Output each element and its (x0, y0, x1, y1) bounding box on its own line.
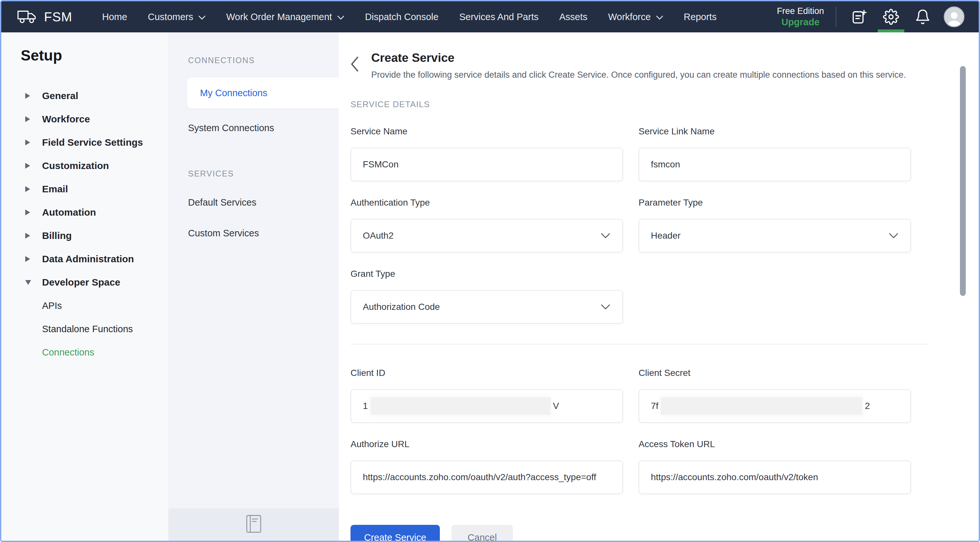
access-token-url-input[interactable]: https://accounts.zoho.com/oauth/v2/token (638, 461, 911, 494)
edition-label: Free Edition (777, 6, 824, 16)
sidebar-item-general[interactable]: General (1, 84, 168, 107)
redacted-value (371, 397, 550, 415)
grant-type-select[interactable]: Authorization Code (350, 290, 623, 324)
notifications-button[interactable] (907, 1, 939, 32)
collapsed-arrow-icon (25, 140, 42, 145)
panel-item-default-services[interactable]: Default Services (188, 197, 339, 208)
sidebar-item-automation[interactable]: Automation (1, 201, 168, 224)
panel-footer (169, 509, 339, 541)
nav-home[interactable]: Home (102, 12, 127, 22)
client-secret-label: Client Secret (638, 368, 911, 378)
sidebar-item-apis[interactable]: APIs (1, 294, 168, 317)
nav-work-order-management[interactable]: Work Order Management (226, 12, 344, 22)
panel-item-my-connections[interactable]: My Connections (187, 77, 339, 108)
top-navbar: FSM Home Customers Work Order Management… (1, 1, 979, 32)
field-access-token-url: Access Token URL https://accounts.zoho.c… (638, 439, 911, 494)
collapsed-arrow-icon (25, 233, 42, 239)
sidebar-item-email[interactable]: Email (1, 177, 168, 201)
connections-panel: CONNECTIONS My Connections System Connec… (169, 32, 339, 541)
settings-button[interactable] (875, 1, 907, 32)
gear-icon (883, 9, 899, 25)
panel-section-connections: CONNECTIONS (188, 56, 339, 65)
chevron-down-icon (198, 16, 205, 20)
vertical-scrollbar[interactable] (960, 66, 966, 296)
documentation-button[interactable] (246, 515, 261, 534)
authentication-type-select[interactable]: OAuth2 (350, 219, 623, 253)
brand[interactable]: FSM (17, 9, 72, 25)
sidebar-item-workforce[interactable]: Workforce (1, 107, 168, 131)
service-name-label: Service Name (350, 126, 623, 137)
sidebar-item-customization[interactable]: Customization (1, 154, 168, 177)
person-icon (945, 10, 964, 26)
field-service-link-name: Service Link Name fsmcon (638, 126, 911, 181)
content-area: Setup General Workforce Field Service Se… (1, 32, 979, 541)
client-id-input[interactable]: 1 V (350, 389, 623, 423)
compose-plus-icon (851, 9, 867, 25)
section-header-service-details: SERVICE DETAILS (350, 99, 979, 110)
sidebar-item-standalone-functions[interactable]: Standalone Functions (1, 317, 168, 341)
parameter-type-label: Parameter Type (638, 198, 911, 208)
field-service-name: Service Name FSMCon (350, 126, 623, 181)
panel-section-services: SERVICES (188, 169, 339, 179)
collapsed-arrow-icon (25, 116, 42, 122)
notebook-icon (246, 515, 261, 533)
nav-dispatch-console[interactable]: Dispatch Console (365, 12, 439, 22)
field-authentication-type: Authentication Type OAuth2 (350, 198, 623, 253)
page-subtitle: Provide the following service details an… (371, 70, 906, 80)
collapsed-arrow-icon (25, 93, 42, 99)
collapsed-arrow-icon (25, 186, 42, 192)
service-name-input[interactable]: FSMCon (350, 148, 623, 181)
create-note-button[interactable] (843, 1, 875, 32)
panel-item-system-connections[interactable]: System Connections (188, 123, 339, 133)
nav-services-and-parts[interactable]: Services And Parts (459, 12, 539, 22)
create-service-button[interactable]: Create Service (350, 525, 440, 541)
chevron-down-icon (600, 233, 611, 239)
nav-reports[interactable]: Reports (684, 12, 717, 22)
user-avatar[interactable] (944, 6, 964, 27)
collapsed-arrow-icon (25, 163, 42, 169)
redacted-value (661, 397, 862, 415)
sidebar-title: Setup (21, 46, 168, 64)
edition-badge: Free Edition Upgrade (777, 6, 824, 27)
service-form: Service Name FSMCon Service Link Name fs… (350, 126, 979, 541)
field-client-id: Client ID 1 V (350, 368, 623, 423)
setup-sidebar: Setup General Workforce Field Service Se… (1, 32, 169, 541)
authorize-url-input[interactable]: https://accounts.zoho.com/oauth/v2/auth?… (350, 461, 623, 494)
settings-active-indicator (878, 29, 904, 32)
nav-workforce[interactable]: Workforce (608, 12, 663, 22)
service-link-name-input[interactable]: fsmcon (638, 148, 911, 181)
field-client-secret: Client Secret 7f 2 (638, 368, 911, 423)
page-header: Create Service Provide the following ser… (350, 51, 979, 80)
sidebar-item-data-administration[interactable]: Data Administration (1, 247, 168, 271)
sidebar-item-field-service-settings[interactable]: Field Service Settings (1, 131, 168, 154)
chevron-left-icon (350, 56, 359, 72)
parameter-type-select[interactable]: Header (638, 219, 911, 253)
cancel-button[interactable]: Cancel (452, 525, 513, 541)
sidebar-item-developer-space[interactable]: Developer Space (1, 271, 168, 294)
back-button[interactable] (350, 56, 359, 80)
form-actions: Create Service Cancel (350, 525, 979, 541)
primary-nav: Home Customers Work Order Management Dis… (102, 12, 717, 22)
page-title: Create Service (371, 51, 906, 65)
panel-item-custom-services[interactable]: Custom Services (188, 228, 339, 239)
sidebar-item-connections[interactable]: Connections (1, 341, 168, 364)
bell-icon (915, 9, 931, 25)
field-authorize-url: Authorize URL https://accounts.zoho.com/… (350, 439, 623, 494)
field-parameter-type: Parameter Type Header (638, 198, 911, 253)
collapsed-arrow-icon (25, 256, 42, 262)
access-token-url-label: Access Token URL (638, 439, 911, 450)
sidebar-item-billing[interactable]: Billing (1, 224, 168, 247)
divider (836, 7, 836, 27)
create-service-main: Create Service Provide the following ser… (339, 32, 979, 541)
chevron-down-icon (600, 304, 611, 310)
nav-customers[interactable]: Customers (148, 12, 205, 22)
upgrade-link[interactable]: Upgrade (781, 17, 819, 27)
chevron-down-icon (656, 16, 663, 20)
app-window: FSM Home Customers Work Order Management… (0, 0, 980, 542)
service-link-name-label: Service Link Name (638, 126, 911, 137)
client-secret-input[interactable]: 7f 2 (638, 389, 911, 423)
nav-assets[interactable]: Assets (559, 12, 587, 22)
chevron-down-icon (337, 16, 344, 20)
client-id-label: Client ID (350, 368, 623, 378)
field-grant-type: Grant Type Authorization Code (350, 269, 623, 324)
